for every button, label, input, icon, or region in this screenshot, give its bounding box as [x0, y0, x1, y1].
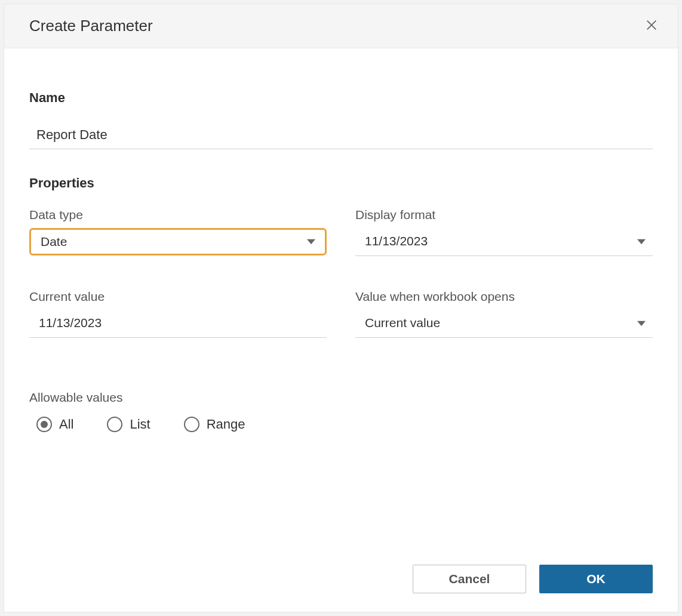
current-value-label: Current value — [29, 289, 327, 304]
radio-range-label: Range — [207, 417, 245, 432]
dialog-body: Name Properties Data type Date Display — [4, 48, 678, 557]
name-label: Name — [29, 90, 653, 106]
value-on-open-select[interactable]: Current value — [355, 310, 653, 338]
dialog-footer: Cancel OK — [4, 557, 678, 612]
radio-icon — [184, 417, 199, 432]
allowable-values-section: Allowable values All List Range — [29, 390, 653, 432]
caret-down-icon — [637, 316, 646, 331]
display-format-select[interactable]: 11/13/2023 — [355, 228, 653, 256]
value-on-open-field: Value when workbook opens Current value — [355, 289, 653, 338]
close-icon — [645, 19, 658, 34]
radio-all[interactable]: All — [36, 417, 73, 432]
radio-all-label: All — [59, 417, 73, 432]
name-input[interactable] — [29, 122, 653, 149]
display-format-label: Display format — [355, 208, 653, 222]
data-type-select[interactable]: Date — [29, 228, 327, 255]
radio-icon — [107, 417, 122, 432]
dialog-header: Create Parameter — [4, 4, 678, 48]
ok-button[interactable]: OK — [539, 565, 653, 593]
radio-icon — [36, 417, 52, 432]
radio-list[interactable]: List — [107, 417, 150, 432]
properties-label: Properties — [29, 175, 653, 191]
current-value-input[interactable] — [29, 310, 327, 338]
data-type-field: Data type Date — [29, 208, 327, 256]
close-button[interactable] — [643, 18, 660, 35]
radio-range[interactable]: Range — [184, 417, 245, 432]
allowable-values-label: Allowable values — [29, 390, 653, 405]
ok-button-label: OK — [586, 572, 606, 586]
data-type-label: Data type — [29, 208, 327, 222]
caret-down-icon — [307, 235, 315, 249]
radio-list-label: List — [130, 417, 150, 432]
current-value-field: Current value — [29, 289, 327, 338]
create-parameter-dialog: Create Parameter Name Properties Data ty… — [4, 4, 678, 612]
cancel-button[interactable]: Cancel — [413, 565, 526, 593]
display-format-value: 11/13/2023 — [365, 234, 428, 248]
value-on-open-value: Current value — [365, 316, 440, 329]
data-type-value: Date — [41, 235, 67, 248]
allowable-values-radio-group: All List Range — [29, 417, 653, 432]
dialog-title: Create Parameter — [29, 17, 153, 35]
caret-down-icon — [637, 235, 646, 249]
display-format-field: Display format 11/13/2023 — [355, 208, 653, 256]
value-on-open-label: Value when workbook opens — [355, 289, 653, 304]
cancel-button-label: Cancel — [449, 572, 490, 586]
